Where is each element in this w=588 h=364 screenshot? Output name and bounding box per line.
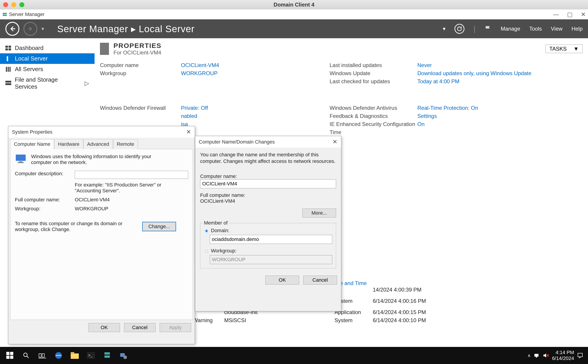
sidebar-item-label: All Servers xyxy=(15,66,43,73)
sidebar-item-file-storage[interactable]: File and Storage Services ▷ xyxy=(0,74,95,92)
flag-icon[interactable] xyxy=(484,25,492,33)
svg-rect-17 xyxy=(6,352,9,355)
computer-description-input[interactable] xyxy=(75,171,188,179)
computer-name-link[interactable]: OCICLient-VM4 xyxy=(181,62,330,68)
change-button[interactable]: Change... xyxy=(142,222,176,231)
domain-radio[interactable] xyxy=(205,229,208,232)
nav-forward-button[interactable] xyxy=(23,22,37,36)
chevron-right-icon: ▸ xyxy=(131,24,139,34)
sidebar-item-local-server[interactable]: Local Server xyxy=(0,53,95,64)
close-icon[interactable]: ✕ xyxy=(186,129,191,136)
system-properties-dialog: System Properties ✕ Computer Name Hardwa… xyxy=(8,126,195,344)
tab-remote[interactable]: Remote xyxy=(113,139,138,149)
prop-label: Insta xyxy=(330,174,417,180)
partial-link[interactable]: nabled xyxy=(181,113,330,119)
domain-label: Domain: xyxy=(211,228,229,234)
desc-label: Computer description: xyxy=(15,171,71,177)
full-name-label: Full computer name: xyxy=(15,197,71,203)
terminal-icon[interactable]: >_ xyxy=(83,349,99,362)
cancel-button[interactable]: Cancel xyxy=(303,276,337,285)
system-settings-icon[interactable] xyxy=(115,349,132,362)
monitor-icon xyxy=(15,154,27,164)
sidebar-item-all-servers[interactable]: All Servers xyxy=(0,64,95,74)
volume-muted-icon[interactable] xyxy=(543,353,549,358)
chevron-right-icon: ▷ xyxy=(85,80,89,87)
tab-hardware[interactable]: Hardware xyxy=(54,139,83,149)
server-tile-icon xyxy=(100,43,109,55)
servers-icon xyxy=(5,67,12,72)
svg-rect-12 xyxy=(5,81,11,83)
menu-help[interactable]: Help xyxy=(572,26,583,32)
ie-esc-link[interactable]: On xyxy=(417,121,583,127)
workgroup-link[interactable]: WORKGROUP xyxy=(181,70,330,77)
tab-advanced[interactable]: Advanced xyxy=(83,139,113,149)
sidebar-item-label: Local Server xyxy=(15,55,48,62)
svg-rect-7 xyxy=(9,48,11,50)
windows-update-link[interactable]: Download updates only, using Windows Upd… xyxy=(417,70,583,77)
nav-dropdown-icon[interactable]: ▾ xyxy=(443,26,445,32)
breadcrumb: Server Manager ▸ Local Server xyxy=(57,23,194,34)
close-button[interactable]: ✕ xyxy=(581,11,586,18)
dialog-title: Computer Name/Domain Changes xyxy=(199,139,275,145)
nav-back-button[interactable] xyxy=(5,22,19,36)
ok-button[interactable]: OK xyxy=(88,323,120,332)
svg-rect-32 xyxy=(105,355,110,358)
svg-rect-36 xyxy=(536,357,537,358)
tray-chevron-icon[interactable]: ∧ xyxy=(528,353,531,358)
prop-label: Computer name xyxy=(100,62,181,68)
tasks-dropdown[interactable]: TASKS ▼ xyxy=(545,45,583,53)
menu-manage[interactable]: Manage xyxy=(501,26,520,32)
svg-rect-6 xyxy=(5,48,8,50)
domain-changes-dialog: Computer Name/Domain Changes ✕ You can c… xyxy=(195,136,341,311)
server-icon xyxy=(5,56,12,61)
computer-name-input[interactable] xyxy=(200,179,336,188)
sidebar-item-label: Dashboard xyxy=(15,45,43,52)
firewall-link[interactable]: Private: Off xyxy=(181,105,330,111)
mac-titlebar: Domain Client 4 xyxy=(0,0,588,9)
last-checked-link[interactable]: Today at 4:00 PM xyxy=(417,78,583,84)
antivirus-link[interactable]: Real-Time Protection: On xyxy=(417,105,583,111)
ok-button[interactable]: OK xyxy=(265,276,299,285)
tasks-label: TASKS xyxy=(549,46,567,52)
taskbar-clock[interactable]: 4:14 PM 6/14/2024 xyxy=(552,350,574,362)
domain-input[interactable] xyxy=(210,235,332,244)
svg-rect-11 xyxy=(9,67,11,72)
svg-rect-9 xyxy=(6,67,7,72)
desc-hint: For example: "IIS Production Server" or … xyxy=(75,182,169,194)
start-button[interactable] xyxy=(2,349,18,362)
workgroup-radio[interactable] xyxy=(205,250,208,253)
svg-rect-40 xyxy=(578,353,582,357)
taskbar-date: 6/14/2024 xyxy=(552,355,574,361)
tab-computer-name[interactable]: Computer Name xyxy=(10,139,54,149)
last-installed-link[interactable]: Never xyxy=(417,62,583,68)
sidebar-item-dashboard[interactable]: Dashboard xyxy=(0,43,95,53)
svg-rect-14 xyxy=(16,155,26,161)
task-view-button[interactable] xyxy=(34,349,50,362)
prop-label: Last installed updates xyxy=(330,62,417,68)
rename-text: To rename this computer or change its do… xyxy=(15,221,139,232)
server-manager-taskbar-icon[interactable] xyxy=(99,349,115,362)
cancel-button[interactable]: Cancel xyxy=(124,323,156,332)
action-center-icon[interactable] xyxy=(577,352,583,358)
ie-icon[interactable] xyxy=(50,349,67,362)
search-button[interactable] xyxy=(18,349,34,362)
network-icon[interactable] xyxy=(534,353,540,358)
close-icon[interactable]: ✕ xyxy=(332,138,337,145)
menu-view[interactable]: View xyxy=(551,26,562,32)
prop-label: Tota xyxy=(330,182,417,188)
breadcrumb-root[interactable]: Server Manager xyxy=(57,24,128,34)
svg-text:>_: >_ xyxy=(88,353,92,358)
prop-label: Prod xyxy=(330,137,417,143)
more-button[interactable]: More... xyxy=(302,208,336,218)
properties-subtitle: For OCICLient-VM4 xyxy=(113,50,161,56)
cname-label: Computer name: xyxy=(200,173,336,179)
refresh-button[interactable] xyxy=(455,24,464,34)
nav-history-dropdown[interactable]: ▾ xyxy=(41,26,44,32)
maximize-button[interactable]: ▢ xyxy=(567,11,573,18)
menu-tools[interactable]: Tools xyxy=(529,26,542,32)
minimize-button[interactable]: — xyxy=(553,11,559,18)
feedback-link[interactable]: Settings xyxy=(417,113,583,119)
explorer-icon[interactable] xyxy=(67,349,83,362)
partial-link[interactable]: isa xyxy=(181,121,330,127)
prop-label: Windows Defender Antivirus xyxy=(330,105,417,111)
